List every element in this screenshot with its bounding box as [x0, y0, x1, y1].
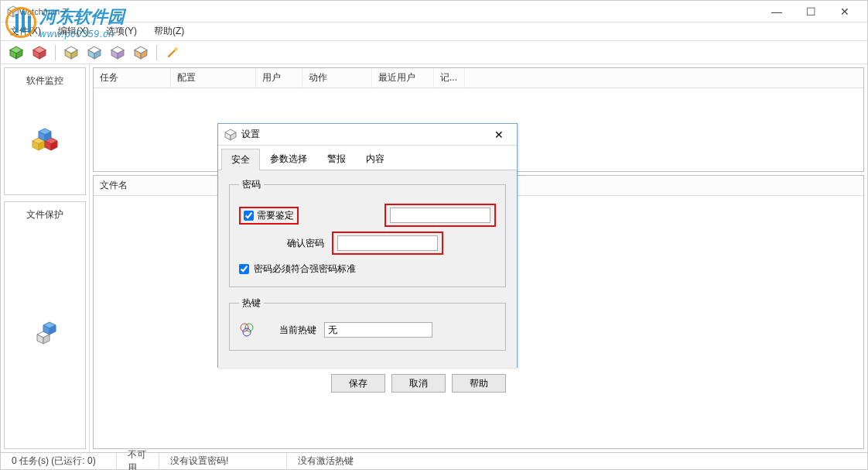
highlight-require-auth: 需要鉴定	[239, 207, 299, 225]
tool-cube-red-icon[interactable]	[30, 43, 49, 62]
menu-file[interactable]: 文件(X)	[5, 23, 46, 39]
panel-file-protect[interactable]: 文件保护	[4, 201, 86, 449]
window-title: Watchman 7	[19, 7, 760, 16]
col-log[interactable]: 记...	[434, 68, 465, 87]
legend-hotkey: 热键	[239, 297, 264, 310]
password-input[interactable]	[390, 208, 490, 223]
help-button[interactable]: 帮助	[452, 374, 506, 393]
titlebar: Watchman 7 — ☐ ✕	[1, 1, 867, 22]
dialog-title: 设置	[241, 128, 487, 141]
tool-cube1-icon[interactable]	[62, 43, 80, 62]
dialog-footer: 保存 取消 帮助	[218, 368, 517, 399]
save-button[interactable]: 保存	[331, 374, 385, 393]
close-button[interactable]: ✕	[829, 2, 861, 21]
settings-dialog: 设置 ✕ 安全 参数选择 警报 内容 密码 需要鉴定	[217, 123, 518, 368]
menu-edit[interactable]: 编辑(X)	[53, 23, 94, 39]
maximize-button[interactable]: ☐	[795, 2, 827, 21]
col-recent-user[interactable]: 最近用户	[372, 68, 434, 87]
tool-cube3-icon[interactable]	[108, 43, 127, 62]
status-no-hotkey: 没有激活热键	[287, 453, 867, 469]
toolbar	[1, 41, 867, 64]
cubes-icon	[26, 314, 63, 352]
label-strong-password: 密码必须符合强密码标准	[254, 262, 356, 276]
dialog-close-button[interactable]: ✕	[487, 129, 511, 141]
status-no-password: 没有设置密码!	[159, 453, 287, 469]
dialog-body: 密码 需要鉴定 确认密码	[218, 170, 517, 368]
tab-alarm[interactable]: 警报	[317, 148, 356, 170]
tool-cube-green-icon[interactable]	[7, 43, 26, 62]
highlight-password-fields	[384, 204, 496, 227]
tab-params[interactable]: 参数选择	[260, 148, 317, 170]
dialog-titlebar[interactable]: 设置 ✕	[218, 124, 517, 146]
app-icon	[7, 5, 19, 18]
menu-options[interactable]: 选项(Y)	[101, 23, 142, 39]
minimize-button[interactable]: —	[760, 2, 793, 21]
highlight-confirm-field	[332, 232, 443, 255]
status-tasks: 0 任务(s) (已运行: 0)	[1, 453, 117, 469]
circles-icon	[239, 322, 255, 338]
confirm-password-input[interactable]	[337, 235, 438, 251]
tool-wand-icon[interactable]	[163, 43, 182, 62]
statusbar: 0 任务(s) (已运行: 0) 不可用 没有设置密码! 没有激活热键	[1, 452, 867, 469]
cancel-button[interactable]: 取消	[391, 374, 446, 393]
svg-point-42	[245, 324, 253, 331]
col-action[interactable]: 动作	[302, 68, 372, 87]
group-password: 密码 需要鉴定 确认密码	[229, 178, 506, 287]
toolbar-separator	[55, 45, 56, 60]
tab-content[interactable]: 内容	[356, 148, 395, 170]
col-config[interactable]: 配置	[171, 68, 256, 87]
app-window: 河东软件园 www.pc0359.cn Watchman 7 — ☐ ✕ 文件(…	[0, 0, 868, 470]
label-confirm-password: 确认密码	[239, 237, 324, 250]
panel-header: 文件保护	[8, 205, 82, 225]
label-require-auth: 需要鉴定	[257, 209, 294, 222]
checkbox-strong-password[interactable]	[239, 264, 249, 274]
svg-point-41	[241, 324, 248, 331]
panel-software-monitor[interactable]: 软件监控	[4, 67, 86, 195]
left-panel: 软件监控 文件保护	[1, 64, 90, 452]
menu-help[interactable]: 帮助(Z)	[149, 23, 189, 39]
label-current-hotkey: 当前热键	[262, 324, 316, 337]
svg-point-22	[174, 47, 178, 51]
dialog-tabs: 安全 参数选择 警报 内容	[218, 146, 517, 170]
tab-security[interactable]: 安全	[221, 149, 260, 170]
legend-password: 密码	[239, 178, 264, 191]
col-task[interactable]: 任务	[94, 68, 171, 87]
cubes-icon	[26, 122, 63, 160]
hotkey-input[interactable]	[324, 322, 432, 338]
svg-point-43	[243, 328, 251, 336]
status-unavailable: 不可用	[117, 453, 159, 469]
col-user[interactable]: 用户	[256, 68, 302, 87]
checkbox-require-auth[interactable]	[244, 211, 254, 221]
panel-header: 软件监控	[8, 71, 82, 91]
menubar: 文件(X) 编辑(X) 选项(Y) 帮助(Z)	[1, 22, 867, 41]
tool-cube4-icon[interactable]	[132, 43, 150, 62]
group-hotkey: 热键 当前热键	[229, 297, 506, 351]
cube-icon	[224, 129, 237, 141]
tool-cube2-icon[interactable]	[85, 43, 104, 62]
toolbar-separator	[156, 45, 157, 60]
